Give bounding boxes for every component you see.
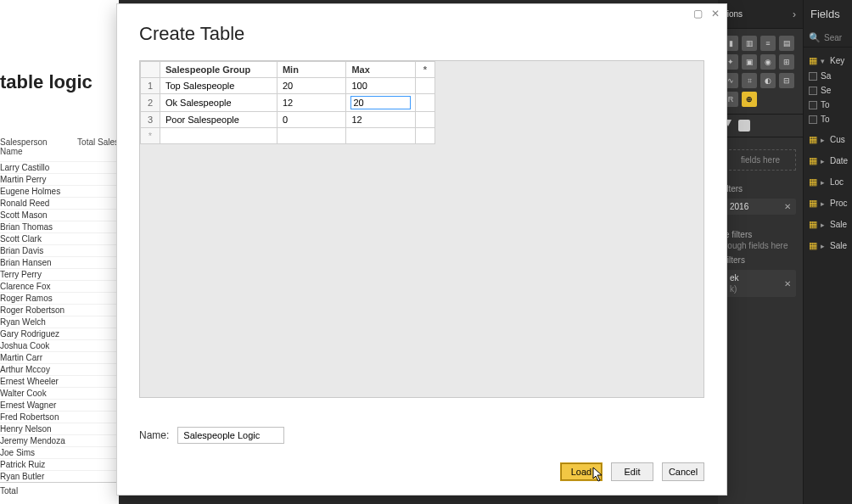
viz-type-icon[interactable]: ▣ [742, 54, 757, 70]
drillthrough-hint: rough fields here [725, 241, 796, 250]
sales-row: Eugene Holmes [0, 185, 119, 197]
col-header-max[interactable]: Max [346, 62, 416, 78]
viz-type-icon[interactable]: ⊟ [779, 73, 794, 88]
cancel-button[interactable]: Cancel [662, 462, 704, 481]
visualizations-title: tions [725, 0, 743, 29]
cell-min[interactable]: 0 [277, 112, 346, 128]
window-controls: ▢ ✕ [693, 8, 720, 20]
cell-max[interactable] [346, 94, 416, 112]
dialog-buttons: Load Edit Cancel [560, 462, 704, 481]
filter-name: ek [730, 273, 739, 283]
fields-table-label: Key [830, 56, 844, 65]
col-header-min[interactable]: Min [277, 62, 346, 78]
cell-max[interactable]: 100 [346, 78, 416, 94]
table-name-input[interactable] [177, 427, 284, 444]
fields-pane: Fields 🔍 Sear ▾Key SaSeToTo ▸Cus▸Date▸Lo… [803, 0, 852, 504]
row-number: 3 [141, 112, 160, 128]
field-wells: fields here [718, 137, 803, 177]
cell-min[interactable]: 12 [277, 94, 346, 112]
sales-row: Ronald Reed [0, 197, 119, 209]
fields-table[interactable]: ▸Proc [804, 195, 852, 211]
viz-type-icon[interactable]: ⌗ [742, 73, 757, 88]
sales-row: Joe Sims [0, 446, 119, 458]
table-row[interactable]: 1Top Salespeople20100 [141, 78, 435, 94]
filter-pill[interactable]: ek k) ✕ [725, 270, 796, 297]
create-table-dialog: ▢ ✕ Create Table Salespeople Group Min M… [116, 3, 727, 496]
fields-search[interactable]: 🔍 Sear [804, 29, 852, 48]
checkbox-icon[interactable] [809, 87, 817, 95]
page-filters-label: e filters [725, 230, 796, 239]
sales-row: Roger Robertson [0, 304, 119, 316]
fields-column[interactable]: To [804, 112, 852, 126]
sales-row: Clarence Fox [0, 280, 119, 292]
viz-type-icon[interactable]: ≡ [760, 36, 776, 51]
visualizations-gallery: ▮ ▥ ≡ ▤ ✦ ▣ ◉ ⊞ ∿ ⌗ ◐ ⊟ R ⊕ [718, 29, 803, 114]
sales-row: Henry Nelson [0, 423, 119, 434]
new-row[interactable]: * [141, 128, 435, 144]
table-row[interactable]: 2Ok Salespeople12 [141, 94, 435, 112]
load-button[interactable]: Load [560, 462, 603, 481]
values-dropzone[interactable]: fields here [725, 149, 796, 171]
cell-max[interactable]: 12 [346, 112, 416, 128]
add-column-marker[interactable]: * [415, 62, 434, 78]
new-row-marker: * [141, 128, 160, 144]
table-row[interactable]: 3Poor Salespeople012 [141, 112, 435, 128]
fields-column[interactable]: Sa [804, 69, 852, 83]
cell-min[interactable]: 20 [277, 78, 346, 94]
sales-row: Ernest Wheeler [0, 375, 119, 387]
format-bar [718, 114, 803, 137]
viz-type-icon[interactable]: ⊕ [742, 92, 757, 107]
fields-table[interactable]: ▸Date [804, 153, 852, 169]
chevron-right-icon[interactable]: › [793, 0, 803, 29]
close-icon[interactable]: ✕ [711, 8, 720, 20]
cell-group[interactable]: Poor Salespeople [160, 112, 277, 128]
viz-type-icon[interactable]: ▥ [742, 36, 757, 51]
checkbox-icon[interactable] [809, 72, 817, 81]
viz-type-icon[interactable]: ◐ [760, 73, 776, 88]
sales-row: Brian Thomas [0, 221, 119, 232]
viz-type-icon[interactable]: ▤ [779, 36, 794, 51]
sales-table-header: Salesperson Name Total Sales [0, 136, 119, 161]
checkbox-icon[interactable] [809, 101, 817, 109]
fields-table[interactable]: ▸Sale [804, 216, 852, 232]
sales-row: Ryan Butler [0, 470, 119, 482]
fields-table[interactable]: ▸Loc [804, 174, 852, 190]
fields-table[interactable]: ▸Cus [804, 132, 852, 148]
filter-value: 2016 [730, 202, 748, 211]
sales-row: Scott Mason [0, 209, 119, 221]
canvas-left-clip: table logic Salesperson Name Total Sales… [0, 0, 119, 504]
filter-pill[interactable]: 2016 ✕ [725, 199, 796, 215]
fields-column[interactable]: To [804, 98, 852, 112]
sales-row: Gary Rodriguez [0, 328, 119, 339]
app-background: table logic Salesperson Name Total Sales… [0, 0, 852, 504]
close-icon[interactable]: ✕ [784, 279, 791, 288]
visualizations-pane: tions › ▮ ▥ ≡ ▤ ✦ ▣ ◉ ⊞ ∿ ⌗ ◐ ⊟ R ⊕ fiel… [718, 0, 803, 504]
create-table-grid[interactable]: Salespeople Group Min Max * 1Top Salespe… [140, 61, 435, 144]
close-icon[interactable]: ✕ [784, 202, 791, 211]
viz-type-icon[interactable]: ◉ [760, 54, 776, 70]
search-placeholder: Sear [824, 33, 842, 42]
format-tab-icon[interactable] [738, 120, 750, 132]
search-icon: 🔍 [809, 32, 821, 43]
fields-title: Fields [804, 0, 852, 29]
col-header-group[interactable]: Salespeople Group [160, 62, 277, 78]
col-total-sales: Total Sales [77, 137, 119, 156]
cell-group[interactable]: Ok Salespeople [160, 94, 277, 112]
sales-table: Salesperson Name Total Sales Larry Casti… [0, 136, 119, 496]
sales-row: Joshua Cook [0, 339, 119, 351]
fields-column[interactable]: Se [804, 83, 852, 98]
cell-editor[interactable] [351, 97, 410, 109]
sales-row: Martin Carr [0, 351, 119, 363]
fields-table[interactable]: ▾Key [804, 53, 852, 69]
maximize-icon[interactable]: ▢ [693, 8, 703, 20]
table-grid-area: Salespeople Group Min Max * 1Top Salespe… [139, 60, 704, 398]
sales-row: Jeremy Mendoza [0, 434, 119, 446]
viz-type-icon[interactable]: ⊞ [779, 54, 794, 70]
edit-button[interactable]: Edit [611, 462, 653, 481]
checkbox-icon[interactable] [809, 115, 817, 124]
sales-row: Ryan Welch [0, 316, 119, 328]
fields-table[interactable]: ▸Sale [804, 238, 852, 254]
row-extra [415, 78, 434, 94]
dialog-title: Create Table [139, 23, 244, 45]
cell-group[interactable]: Top Salespeople [160, 78, 277, 94]
